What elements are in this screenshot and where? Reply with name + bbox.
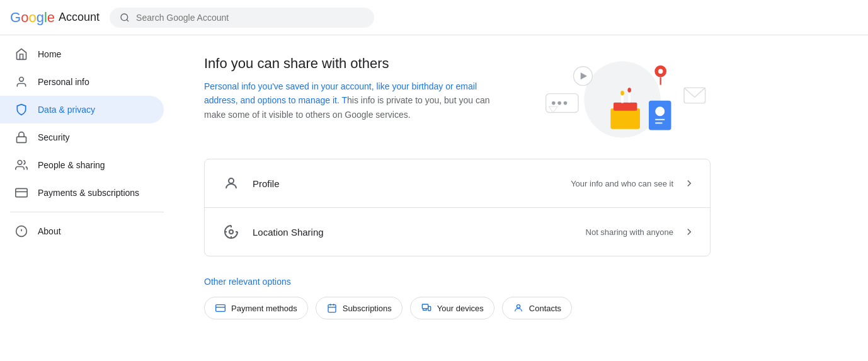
chip-payment-methods-label: Payment methods — [231, 304, 297, 313]
location-chevron-icon — [683, 226, 695, 238]
account-header-text: Account — [59, 11, 100, 24]
card-location-sharing[interactable]: Location Sharing Not sharing with anyone — [205, 208, 710, 256]
payment-methods-icon — [215, 302, 226, 314]
info-icon — [15, 225, 28, 238]
svg-rect-38 — [216, 305, 226, 312]
svg-point-26 — [655, 106, 665, 116]
illustration-svg — [534, 55, 711, 144]
card-location-description: Not sharing with anyone — [586, 227, 673, 237]
google-account-logo[interactable]: Google Account — [10, 9, 100, 26]
devices-icon — [421, 302, 432, 314]
section-header-text: Info you can share with others Personal … — [204, 55, 506, 122]
sidebar-item-home-label: Home — [38, 49, 61, 59]
profile-chevron-icon — [683, 178, 695, 189]
search-icon — [120, 13, 130, 23]
chip-contacts-label: Contacts — [529, 304, 561, 313]
sidebar-item-people-sharing-label: People & sharing — [38, 160, 105, 170]
sidebar-item-personal-info-label: Personal info — [38, 77, 89, 87]
chip-your-devices-label: Your devices — [437, 304, 484, 313]
svg-point-46 — [517, 305, 520, 308]
svg-point-32 — [229, 178, 234, 183]
svg-point-33 — [229, 230, 233, 234]
profile-icon — [220, 172, 243, 195]
section-description: Personal info you've saved in your accou… — [204, 79, 506, 122]
hero-illustration — [534, 55, 711, 144]
shield-icon — [15, 103, 28, 116]
subscriptions-icon — [326, 302, 338, 314]
credit-card-icon — [15, 186, 28, 199]
sidebar-item-data-privacy[interactable]: Data & privacy — [0, 96, 164, 123]
section-header: Info you can share with others Personal … — [204, 55, 711, 144]
location-sharing-icon — [220, 221, 243, 243]
search-bar[interactable] — [110, 8, 374, 28]
sidebar: Home Personal info Data & privacy Securi… — [0, 35, 174, 361]
svg-rect-3 — [17, 137, 26, 142]
svg-point-14 — [564, 101, 568, 105]
people-icon — [15, 159, 28, 171]
sidebar-item-payments[interactable]: Payments & subscriptions — [0, 179, 164, 207]
svg-point-12 — [552, 101, 556, 105]
svg-rect-20 — [614, 103, 637, 111]
page-layout: Home Personal info Data & privacy Securi… — [0, 35, 868, 361]
sidebar-item-security-label: Security — [38, 132, 70, 142]
svg-rect-19 — [610, 108, 640, 129]
google-logo-text: Google — [10, 9, 55, 26]
svg-point-24 — [627, 88, 631, 92]
chip-contacts[interactable]: Contacts — [502, 297, 572, 319]
svg-rect-44 — [422, 304, 428, 309]
sidebar-item-home[interactable]: Home — [0, 40, 164, 68]
sidebar-divider — [10, 212, 164, 212]
card-profile-description: Your info and who can see it — [571, 179, 673, 188]
section-title: Info you can share with others — [204, 55, 506, 72]
svg-line-1 — [127, 20, 128, 21]
sidebar-item-data-privacy-label: Data & privacy — [38, 105, 95, 115]
other-options-title: Other relevant options — [204, 277, 711, 287]
card-profile[interactable]: Profile Your info and who can see it — [205, 159, 710, 208]
svg-point-23 — [620, 91, 624, 95]
other-options: Other relevant options Payment methods S… — [204, 277, 711, 319]
svg-rect-40 — [328, 305, 336, 312]
home-icon — [15, 48, 28, 60]
sidebar-item-people-sharing[interactable]: People & sharing — [0, 151, 164, 179]
svg-point-2 — [20, 77, 24, 82]
svg-point-4 — [18, 161, 22, 165]
sidebar-item-about[interactable]: About — [0, 217, 164, 245]
svg-rect-5 — [16, 188, 27, 197]
cards-container: Profile Your info and who can see it Loc… — [204, 159, 711, 256]
chip-subscriptions[interactable]: Subscriptions — [316, 297, 403, 319]
chip-subscriptions-label: Subscriptions — [343, 304, 392, 313]
search-input[interactable] — [136, 13, 364, 23]
svg-rect-22 — [628, 91, 631, 103]
svg-point-13 — [557, 101, 561, 105]
lock-icon — [15, 131, 28, 144]
chip-your-devices[interactable]: Your devices — [410, 297, 494, 319]
svg-point-30 — [658, 69, 663, 73]
card-profile-label: Profile — [253, 178, 571, 189]
person-icon — [15, 76, 28, 88]
chip-payment-methods[interactable]: Payment methods — [204, 297, 308, 319]
svg-point-0 — [121, 14, 128, 21]
header: Google Account — [0, 0, 868, 35]
sidebar-item-security[interactable]: Security — [0, 123, 164, 151]
chips-row: Payment methods Subscriptions Your devic… — [204, 297, 711, 319]
main-content: Info you can share with others Personal … — [174, 35, 741, 361]
contacts-icon — [513, 302, 524, 314]
card-location-label: Location Sharing — [253, 227, 586, 238]
svg-rect-45 — [428, 306, 430, 311]
sidebar-item-personal-info[interactable]: Personal info — [0, 68, 164, 96]
sidebar-item-payments-label: Payments & subscriptions — [38, 188, 139, 198]
sidebar-item-about-label: About — [38, 226, 61, 236]
